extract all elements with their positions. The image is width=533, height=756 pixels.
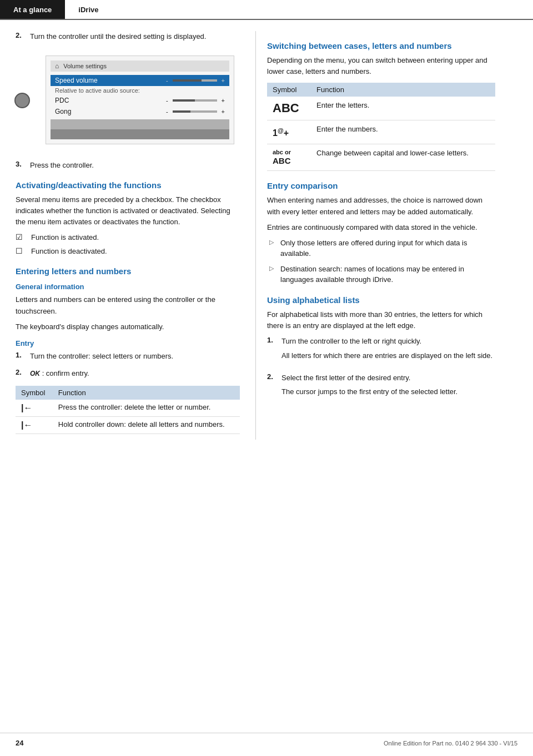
bullet-item-2: ▷ Destination search: names of locations… <box>267 264 495 285</box>
table-cell-combined-function: Change between capital and lower-case le… <box>311 144 495 171</box>
section-alphabetical-body: For alphabetical lists with more than 30… <box>267 309 495 331</box>
right-column: Switching between cases, letters and num… <box>255 31 511 440</box>
section-alphabetical-heading: Using alphabetical lists <box>267 295 495 305</box>
header: At a glance iDrive <box>0 0 533 20</box>
table-cell-abc-function: Enter the letters. <box>311 97 495 120</box>
alpha-step-2: 2. Select the first letter of the desire… <box>267 372 495 402</box>
section-entering-heading: Entering letters and numbers <box>16 266 240 276</box>
table-row: |← Hold controller down: delete all lett… <box>16 416 240 434</box>
screenshot-row-speed-volume: Speed volume - + <box>51 75 229 86</box>
right-table-header-symbol: Symbol <box>267 83 311 97</box>
subsection-general-heading: General information <box>16 283 240 291</box>
section-entry-comparison-heading: Entry comparison <box>267 181 495 190</box>
table-cell-function: Press the controller: delete the letter … <box>53 400 240 417</box>
section-switching-body: Depending on the menu, you can switch be… <box>267 55 495 77</box>
table-row-abc: ABC Enter the letters. <box>267 97 495 120</box>
section-switching-heading: Switching between cases, letters and num… <box>267 41 495 51</box>
subsection-entry-heading: Entry <box>16 339 240 347</box>
screenshot-container: ⌂ Volume settings Speed volume - + Relat… <box>16 49 240 152</box>
section-entry-comparison-body2: Entries are continuously compared with d… <box>267 222 495 233</box>
table-row-combined: abc or ABC Change between capital and lo… <box>267 144 495 171</box>
table-cell-function: Hold controller down: delete all letters… <box>53 416 240 434</box>
tab-at-a-glance[interactable]: At a glance <box>0 0 65 19</box>
page-content: 2. Turn the controller until the desired… <box>0 20 533 462</box>
table-header-symbol: Symbol <box>16 386 53 400</box>
bullet-item-1: ▷ Only those letters are offered during … <box>267 238 495 259</box>
right-table-header-function: Function <box>311 83 495 97</box>
subsection-general-body2: The keyboard's display changes automatic… <box>16 321 240 332</box>
subsection-general-body1: Letters and numbers can be entered using… <box>16 294 240 316</box>
entry-step-1: 1. Turn the controller: select letters o… <box>16 351 240 362</box>
checkbox-activated: ☑ Function is activated. <box>16 232 240 243</box>
screenshot-row-gong: Gong - + <box>51 106 229 117</box>
symbol-function-table: Symbol Function |← Press the controller:… <box>16 386 240 434</box>
entry-step-2: 2. OK : confirm entry. <box>16 368 240 379</box>
table-header-function: Function <box>53 386 240 400</box>
section-activating-heading: Activating/deactivating the functions <box>16 180 240 190</box>
page-number: 24 <box>16 739 23 747</box>
alpha-step-1: 1. Turn the controller to the left or ri… <box>267 336 495 366</box>
step-2: 2. Turn the controller until the desired… <box>16 31 240 42</box>
table-row-num: 1@+ Enter the numbers. <box>267 120 495 144</box>
left-column: 2. Turn the controller until the desired… <box>0 31 255 440</box>
screenshot-row-pdc: PDC - + <box>51 95 229 106</box>
tab-idrive[interactable]: iDrive <box>65 0 112 19</box>
footer-info: Online Edition for Part no. 0140 2 964 3… <box>384 740 517 747</box>
section-activating-body: Several menu items are preceded by a che… <box>16 194 240 228</box>
table-cell-num-function: Enter the numbers. <box>311 120 495 144</box>
table-row: |← Press the controller: delete the lett… <box>16 400 240 417</box>
footer: 24 Online Edition for Part no. 0140 2 96… <box>0 733 533 747</box>
section-entry-comparison-body1: When entering names and addresses, the c… <box>267 195 495 217</box>
right-symbol-table: Symbol Function ABC Enter the letters. 1… <box>267 83 495 171</box>
step-3: 3. Press the controller. <box>16 160 240 171</box>
checkbox-deactivated: ☐ Function is deactivated. <box>16 246 240 257</box>
screenshot-image: ⌂ Volume settings Speed volume - + Relat… <box>46 56 234 144</box>
